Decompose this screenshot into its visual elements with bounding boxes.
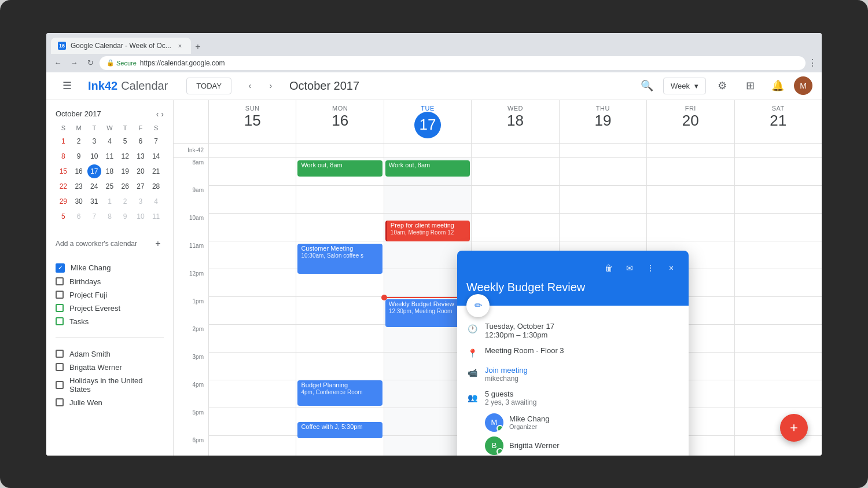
mini-day-23[interactable]: 23 xyxy=(72,179,86,193)
mini-day-n8[interactable]: 8 xyxy=(102,210,116,223)
day-col-sun[interactable] xyxy=(208,158,296,456)
cal-checkbox-project-fuji[interactable] xyxy=(56,291,64,299)
cal-item-tasks[interactable]: Tasks xyxy=(56,315,164,328)
mini-day-n7[interactable]: 7 xyxy=(87,210,101,223)
notifications-btn[interactable]: 🔔 xyxy=(766,74,789,97)
mini-day-22[interactable]: 22 xyxy=(56,179,70,193)
day-col-mon[interactable]: Work out, 8am Customer Meeting 10:30am, … xyxy=(296,158,383,456)
mini-day-27[interactable]: 27 xyxy=(134,179,148,193)
mini-day-31[interactable]: 31 xyxy=(87,195,101,208)
mini-day-26[interactable]: 26 xyxy=(118,179,132,193)
mini-day-14[interactable]: 14 xyxy=(149,149,163,163)
event-workout-tue[interactable]: Work out, 8am xyxy=(385,160,470,177)
popup-delete-btn[interactable]: 🗑 xyxy=(601,260,617,276)
cal-checkbox-project-everest[interactable] xyxy=(56,304,64,312)
day-header-thu[interactable]: THU 19 xyxy=(559,100,646,143)
create-event-fab[interactable]: + xyxy=(780,414,808,442)
add-coworker-label[interactable]: Add a coworker's calendar xyxy=(56,240,137,248)
event-workout-mon[interactable]: Work out, 8am xyxy=(297,160,382,177)
mini-day-16[interactable]: 16 xyxy=(72,164,86,178)
mini-day-n9[interactable]: 9 xyxy=(118,210,132,223)
forward-btn[interactable]: → xyxy=(67,56,81,70)
allday-thu[interactable] xyxy=(559,144,646,157)
address-bar[interactable]: 🔒 Secure https://calendar.google.com xyxy=(100,56,806,70)
popup-edit-fab[interactable]: ✏ xyxy=(466,294,490,317)
allday-fri[interactable] xyxy=(646,144,734,157)
cal-checkbox-julie-wen[interactable] xyxy=(56,398,64,406)
mini-day-n10[interactable]: 10 xyxy=(134,210,148,223)
event-budget-planning[interactable]: Budget Planning 4pm, Conference Room xyxy=(297,380,382,406)
mini-day-15[interactable]: 15 xyxy=(56,164,70,178)
mini-day-29[interactable]: 29 xyxy=(56,195,70,208)
day-header-sun[interactable]: SUN 15 xyxy=(208,100,296,143)
mini-day-17[interactable]: 17 xyxy=(87,164,101,178)
cal-checkbox-brigatta-werner[interactable] xyxy=(56,363,64,371)
settings-btn[interactable]: ⚙ xyxy=(711,74,734,97)
allday-sat[interactable] xyxy=(734,144,822,157)
mini-day-9[interactable]: 9 xyxy=(72,149,86,163)
mini-day-12[interactable]: 12 xyxy=(118,149,132,163)
mini-day-6[interactable]: 6 xyxy=(134,134,148,148)
allday-tue[interactable] xyxy=(384,144,471,157)
prev-period-btn[interactable]: ‹ xyxy=(241,76,259,95)
cal-checkbox-mike-chang[interactable]: ✓ xyxy=(56,263,65,273)
mini-day-28[interactable]: 28 xyxy=(149,179,163,193)
day-header-fri[interactable]: FRI 20 xyxy=(646,100,734,143)
event-customer-meeting[interactable]: Customer Meeting 10:30am, Salon coffee s xyxy=(297,244,382,274)
mini-day-19[interactable]: 19 xyxy=(118,164,132,178)
active-tab[interactable]: 16 Google Calendar - Week of Oc... × xyxy=(51,38,191,54)
mini-day-5[interactable]: 5 xyxy=(118,134,132,148)
day-header-wed[interactable]: WED 18 xyxy=(471,100,558,143)
mini-day-3[interactable]: 3 xyxy=(87,134,101,148)
event-prep[interactable]: Prep for client meeting 10am, Meeting Ro… xyxy=(385,221,470,241)
cal-item-holidays[interactable]: Holidays in the United States xyxy=(56,374,164,396)
mini-day-n2[interactable]: 2 xyxy=(118,195,132,208)
day-header-sat[interactable]: SAT 21 xyxy=(734,100,822,143)
cal-item-mike-chang[interactable]: ✓ Mike Chang xyxy=(56,261,164,275)
cal-item-brigatta-werner[interactable]: Brigatta Werner xyxy=(56,361,164,374)
apps-btn[interactable]: ⊞ xyxy=(738,74,762,97)
mini-day-30[interactable]: 30 xyxy=(72,195,86,208)
mini-day-n1[interactable]: 1 xyxy=(102,195,116,208)
search-btn[interactable]: 🔍 xyxy=(635,74,659,97)
new-tab-btn[interactable]: + xyxy=(191,40,205,54)
mini-day-n4[interactable]: 4 xyxy=(149,195,163,208)
cal-item-julie-wen[interactable]: Julie Wen xyxy=(56,396,164,409)
mini-prev-btn[interactable]: ‹ xyxy=(156,109,159,119)
mini-day-7[interactable]: 7 xyxy=(149,134,163,148)
mini-day-8[interactable]: 8 xyxy=(56,149,70,163)
popup-more-btn[interactable]: ⋮ xyxy=(642,260,659,276)
allday-mon[interactable] xyxy=(296,144,383,157)
mini-day-2[interactable]: 2 xyxy=(72,134,86,148)
mini-day-n3[interactable]: 3 xyxy=(134,195,148,208)
view-selector[interactable]: Week ▾ xyxy=(663,78,706,94)
cal-item-adam-smith[interactable]: Adam Smith xyxy=(56,347,164,361)
menu-btn[interactable]: ☰ xyxy=(56,74,79,97)
refresh-btn[interactable]: ↻ xyxy=(83,56,97,70)
cal-checkbox-holidays[interactable] xyxy=(56,381,64,389)
mini-day-18[interactable]: 18 xyxy=(102,164,116,178)
mini-day-25[interactable]: 25 xyxy=(102,179,116,193)
mini-day-11[interactable]: 11 xyxy=(102,149,116,163)
mini-day-20[interactable]: 20 xyxy=(134,164,148,178)
cal-checkbox-adam-smith[interactable] xyxy=(56,350,64,358)
event-coffee[interactable]: Coffee with J, 5:30pm xyxy=(297,422,382,438)
back-btn[interactable]: ← xyxy=(51,56,65,70)
allday-wed[interactable] xyxy=(471,144,558,157)
cal-item-project-fuji[interactable]: Project Fuji xyxy=(56,288,164,302)
mini-next-btn[interactable]: › xyxy=(161,109,164,119)
mini-day-21[interactable]: 21 xyxy=(149,164,163,178)
mini-day-n11[interactable]: 11 xyxy=(149,210,163,223)
cal-checkbox-tasks[interactable] xyxy=(56,317,64,325)
allday-sun[interactable] xyxy=(208,144,296,157)
today-button[interactable]: TODAY xyxy=(186,78,231,94)
tab-close-btn[interactable]: × xyxy=(176,42,184,50)
day-header-tue[interactable]: TUE 17 xyxy=(384,100,471,143)
mini-day-24[interactable]: 24 xyxy=(87,179,101,193)
mini-day-10[interactable]: 10 xyxy=(87,149,101,163)
mini-day-n6[interactable]: 6 xyxy=(72,210,86,223)
mini-day-4[interactable]: 4 xyxy=(102,134,116,148)
cal-item-project-everest[interactable]: Project Everest xyxy=(56,302,164,315)
cal-item-birthdays[interactable]: Birthdays xyxy=(56,275,164,288)
popup-join-label[interactable]: Join meeting xyxy=(485,366,528,375)
